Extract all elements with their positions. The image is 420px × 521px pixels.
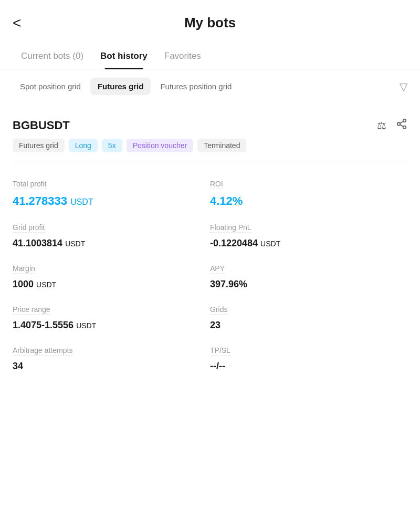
stat-margin-value: 1000 USDT	[13, 279, 210, 290]
sub-tabs: Spot position grid Futures grid Futures …	[0, 69, 420, 103]
stat-apy-label: APY	[210, 264, 225, 274]
stat-grid-profit-label: Grid profit	[13, 223, 45, 233]
stats-grid: Total profit 41.278333 USDT ROI 4.12% Gr…	[13, 172, 407, 379]
stat-grids-value: 23	[210, 320, 407, 331]
svg-line-4	[400, 121, 403, 123]
stat-price-range-label: Price range	[13, 305, 50, 315]
tab-favorites[interactable]: Favorites	[156, 44, 209, 69]
main-tabs: Current bots (0) Bot history Favorites	[0, 44, 420, 69]
stat-apy: APY 397.96%	[210, 256, 407, 297]
stat-roi-label: ROI	[210, 180, 223, 189]
stat-price-range: Price range 1.4075-1.5556 USDT	[13, 297, 210, 338]
tag-leverage: 5x	[102, 139, 122, 152]
bot-tags: Futures grid Long 5x Position voucher Te…	[13, 139, 407, 152]
header: < My bots	[0, 0, 420, 39]
tag-long: Long	[69, 139, 98, 152]
tag-terminated: Terminated	[197, 139, 246, 152]
stat-grids: Grids 23	[210, 297, 407, 338]
stat-price-range-value: 1.4075-1.5556 USDT	[13, 320, 210, 331]
tag-futures-grid: Futures grid	[13, 139, 65, 152]
stat-floating-pnl-value: -0.1220484 USDT	[210, 238, 407, 249]
stat-total-profit-label: Total profit	[13, 180, 47, 189]
stat-tp-sl-label: TP/SL	[210, 346, 230, 356]
bot-actions: ⚖	[377, 118, 407, 132]
page-title: My bots	[184, 15, 236, 31]
stat-floating-pnl-label: Floating PnL	[210, 223, 251, 233]
stat-roi: ROI 4.12%	[210, 172, 407, 215]
chart-icon[interactable]: ⚖	[377, 119, 386, 132]
subtab-futures-grid[interactable]: Futures grid	[90, 78, 151, 95]
bot-card: BGBUSDT ⚖ Futures grid Long 5x Position …	[0, 108, 420, 390]
stat-tp-sl-value: --/--	[210, 361, 407, 372]
stat-total-profit: Total profit 41.278333 USDT	[13, 172, 210, 215]
stat-grid-profit: Grid profit 41.1003814 USDT	[13, 215, 210, 256]
stat-total-profit-value: 41.278333 USDT	[13, 194, 210, 208]
tab-current-bots[interactable]: Current bots (0)	[13, 44, 92, 69]
stat-tp-sl: TP/SL --/--	[210, 338, 407, 379]
stat-grid-profit-value: 41.1003814 USDT	[13, 238, 210, 249]
tag-position-voucher: Position voucher	[127, 139, 194, 152]
svg-line-3	[400, 124, 403, 127]
divider	[13, 163, 407, 163]
back-button[interactable]: <	[13, 16, 21, 30]
stat-arbitrage-attempts-value: 34	[13, 361, 210, 372]
stat-apy-value: 397.96%	[210, 279, 407, 290]
share-icon[interactable]	[396, 118, 407, 132]
stat-arbitrage-attempts: Arbitrage attempts 34	[13, 338, 210, 379]
stat-margin-label: Margin	[13, 264, 35, 274]
stat-roi-value: 4.12%	[210, 194, 407, 208]
bot-card-header: BGBUSDT ⚖	[13, 118, 407, 132]
stat-margin: Margin 1000 USDT	[13, 256, 210, 297]
subtab-spot-position-grid[interactable]: Spot position grid	[13, 78, 88, 95]
stat-arbitrage-attempts-label: Arbitrage attempts	[13, 346, 72, 356]
stat-floating-pnl: Floating PnL -0.1220484 USDT	[210, 215, 407, 256]
tab-bot-history[interactable]: Bot history	[92, 44, 156, 69]
stat-grids-label: Grids	[210, 305, 227, 315]
bot-name: BGBUSDT	[13, 119, 70, 132]
filter-icon[interactable]: ▽	[400, 80, 407, 93]
subtab-futures-position-grid[interactable]: Futures position grid	[153, 78, 239, 95]
